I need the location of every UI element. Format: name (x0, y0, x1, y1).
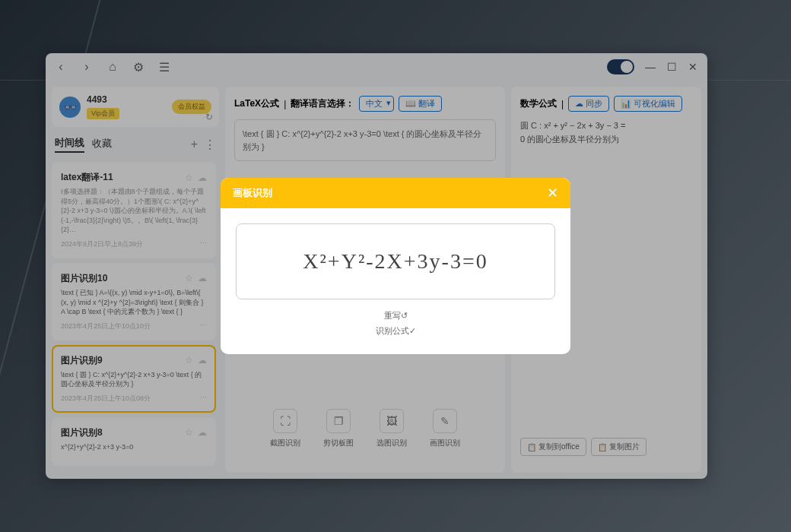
recognize-button[interactable]: 识别公式✓ (376, 326, 416, 335)
rewrite-button[interactable]: 重写↺ (384, 311, 408, 320)
modal-overlay[interactable]: 画板识别 ✕ X²+Y²-2X+3y-3=0 重写↺ 识别公式✓ (0, 0, 791, 532)
modal-title: 画板识别 (233, 186, 272, 200)
drawing-canvas[interactable]: X²+Y²-2X+3y-3=0 (236, 223, 555, 299)
close-icon[interactable]: ✕ (547, 185, 558, 201)
drawing-modal: 画板识别 ✕ X²+Y²-2X+3y-3=0 重写↺ 识别公式✓ (221, 178, 570, 354)
handwriting-content: X²+Y²-2X+3y-3=0 (303, 249, 488, 274)
